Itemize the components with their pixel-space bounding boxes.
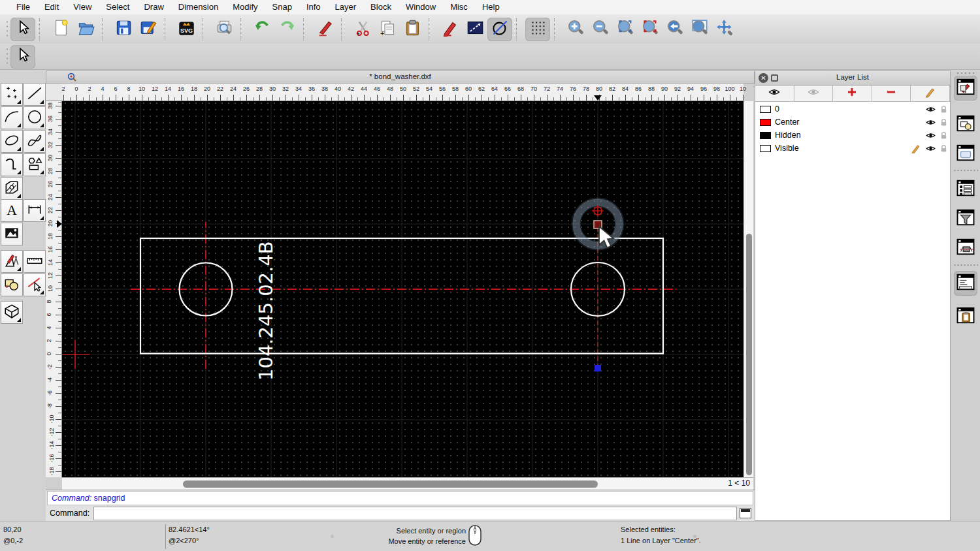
vertical-scrollbar[interactable] — [743, 101, 753, 477]
polygon-tool-button[interactable] — [24, 153, 46, 176]
entity-list-panel-button[interactable] — [954, 177, 977, 202]
svg-text:+: + — [380, 30, 384, 37]
menu-select[interactable]: Select — [99, 0, 137, 14]
media-panel-button[interactable] — [954, 236, 977, 260]
layer-lock-icon[interactable] — [939, 118, 948, 127]
layer-visibility-icon[interactable] — [925, 131, 936, 140]
layer-lock-icon[interactable] — [939, 131, 948, 140]
circle-tool-icon — [26, 108, 43, 128]
menu-file[interactable]: File — [9, 0, 37, 14]
menu-misc[interactable]: Misc — [443, 0, 475, 14]
arc-tool-button[interactable] — [1, 106, 23, 129]
zoom-out-button[interactable] — [588, 18, 613, 41]
hatch-tool-button[interactable] — [1, 177, 23, 200]
main-toolbar: SVG++ — [0, 14, 980, 44]
save-as-button[interactable] — [136, 18, 161, 41]
select-arrow-button[interactable] — [10, 18, 35, 41]
horizontal-scrollbar-thumb[interactable] — [183, 480, 598, 488]
save-button[interactable] — [111, 18, 136, 41]
zoom-auto-button[interactable] — [613, 18, 638, 41]
layer-lock-icon[interactable] — [939, 144, 948, 153]
layer-row-center[interactable]: Center — [755, 116, 950, 129]
command-input[interactable] — [93, 507, 737, 520]
points-tool-button[interactable] — [1, 83, 23, 106]
svg-export-icon: SVG — [178, 19, 195, 39]
redo-button[interactable] — [274, 18, 299, 41]
menu-edit[interactable]: Edit — [37, 0, 66, 14]
document-titlebar[interactable]: * bond_washer.dxf — [46, 71, 755, 84]
layer-visibility-icon[interactable] — [925, 144, 936, 153]
open-file-button[interactable] — [73, 18, 98, 41]
measure-tool-button[interactable] — [24, 250, 46, 273]
layer-list-panel-button[interactable] — [954, 76, 977, 101]
menu-info[interactable]: Info — [299, 0, 328, 14]
new-file-button[interactable] — [48, 18, 73, 41]
zoom-redraw-button[interactable] — [638, 18, 662, 41]
menu-modify[interactable]: Modify — [225, 0, 265, 14]
vertical-scrollbar-thumb[interactable] — [746, 234, 752, 475]
deselect-tool-button[interactable] — [24, 274, 46, 296]
mouse-icon — [468, 524, 482, 548]
select-arrow-button[interactable] — [10, 45, 35, 69]
command-dock-button[interactable] — [740, 508, 751, 518]
copy-button[interactable]: + — [375, 18, 400, 41]
menu-help[interactable]: Help — [475, 0, 507, 14]
layer-row-visible[interactable]: Visible — [755, 142, 950, 155]
remove-layer-button[interactable] — [872, 86, 911, 102]
circle-line-button[interactable] — [487, 18, 512, 41]
paste-icon — [404, 19, 421, 39]
layer-row-0[interactable]: 0 — [755, 103, 950, 116]
ellipse-tool-button[interactable] — [1, 130, 23, 153]
svg-export-button[interactable]: SVG — [174, 18, 199, 41]
menu-dimension[interactable]: Dimension — [171, 0, 225, 14]
drawing-canvas[interactable]: 104.245.02.4B — [62, 101, 743, 477]
layer-visibility-icon[interactable] — [925, 118, 936, 127]
delete-button[interactable] — [312, 18, 337, 41]
modify-tool-button[interactable] — [1, 250, 23, 273]
edit-layer-button[interactable] — [911, 86, 950, 102]
remove-layer-icon — [885, 86, 897, 101]
info-tool-button[interactable] — [1, 274, 23, 296]
image-tool-icon — [3, 225, 20, 244]
zoom-previous-button[interactable] — [662, 18, 687, 41]
cut-button[interactable]: + — [350, 18, 375, 41]
spline-tool-button[interactable] — [24, 130, 46, 153]
solid-3d-tool-button[interactable] — [1, 301, 23, 324]
dimension-tool-button[interactable] — [24, 199, 46, 222]
layer-row-hidden[interactable]: Hidden — [755, 129, 950, 142]
menu-draw[interactable]: Draw — [137, 0, 171, 14]
line-tool-button[interactable] — [24, 83, 46, 106]
image-tool-button[interactable] — [1, 223, 23, 245]
horizontal-scrollbar[interactable] — [62, 477, 753, 490]
zoom-pan-button[interactable] — [712, 18, 737, 41]
add-layer-button[interactable] — [833, 86, 872, 102]
layer-list-panel: ✕ Layer List 0CenterHiddenVisible — [755, 71, 951, 521]
pen-button[interactable] — [438, 18, 463, 41]
layer-lock-icon[interactable] — [939, 104, 948, 114]
clipboard-panel-button[interactable] — [954, 304, 977, 329]
block-list-panel-button[interactable] — [954, 112, 977, 137]
text-tool-button[interactable]: A — [1, 199, 23, 222]
paste-button[interactable] — [400, 18, 425, 41]
zoom-window-button[interactable] — [687, 18, 712, 41]
polyline-tool-button[interactable] — [1, 153, 23, 176]
filter-panel-button[interactable] — [954, 206, 977, 231]
print-preview-button[interactable] — [212, 18, 237, 41]
filter-panel-icon — [956, 208, 975, 230]
menu-layer[interactable]: Layer — [328, 0, 364, 14]
snap-grid-button[interactable] — [525, 18, 550, 41]
menu-snap[interactable]: Snap — [265, 0, 299, 14]
hide-all-layers-button[interactable] — [794, 86, 834, 102]
zoom-in-button[interactable] — [563, 18, 588, 41]
menu-view[interactable]: View — [66, 0, 99, 14]
command-prompt-label: Command: — [50, 509, 90, 518]
circle-tool-button[interactable] — [24, 106, 46, 129]
menu-window[interactable]: Window — [399, 0, 443, 14]
menu-block[interactable]: Block — [363, 0, 399, 14]
show-all-layers-button[interactable] — [755, 86, 794, 102]
line-attributes-button[interactable] — [463, 18, 487, 41]
undo-button[interactable] — [250, 18, 274, 41]
layer-visibility-icon[interactable] — [925, 104, 936, 114]
library-browser-panel-button[interactable] — [954, 142, 977, 166]
command-line-panel-button[interactable] — [954, 271, 977, 296]
